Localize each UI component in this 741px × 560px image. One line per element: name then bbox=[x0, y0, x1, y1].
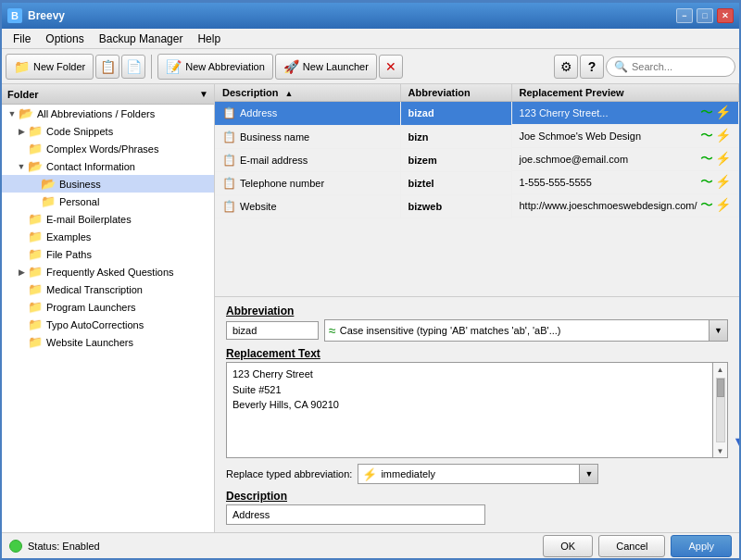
sidebar-item-program[interactable]: 📁 Program Launchers bbox=[2, 298, 214, 316]
maximize-button[interactable]: □ bbox=[697, 8, 713, 23]
cell-abbreviation: biztel bbox=[400, 171, 511, 194]
toggle-contact[interactable]: ▼ bbox=[15, 160, 28, 173]
toolbar-separator-1 bbox=[151, 55, 152, 79]
sort-arrow-description: ▲ bbox=[285, 89, 294, 98]
settings-icon: ⚙ bbox=[560, 59, 572, 74]
sidebar-label-code: Code Snippets bbox=[46, 126, 113, 137]
title-bar: B Breevy − □ ✕ bbox=[2, 3, 739, 29]
col-abbreviation[interactable]: Abbreviation bbox=[400, 84, 511, 102]
toggle-website[interactable] bbox=[15, 336, 28, 349]
col-description[interactable]: Description ▲ bbox=[215, 84, 400, 102]
sidebar-item-typo[interactable]: 📁 Typo AutoCorrections bbox=[2, 316, 214, 333]
folder-icon-business: 📂 bbox=[41, 177, 56, 191]
toggle-complex[interactable] bbox=[15, 143, 28, 156]
sidebar-item-filepaths[interactable]: 📁 File Paths bbox=[2, 245, 214, 263]
scroll-track[interactable] bbox=[716, 378, 725, 442]
col-preview[interactable]: Replacement Preview bbox=[511, 84, 739, 102]
case-select[interactable]: ≈ Case insensitive (typing 'AB' matches … bbox=[324, 319, 728, 342]
toggle-faq[interactable]: ▶ bbox=[15, 266, 28, 279]
toggle-all[interactable]: ▼ bbox=[6, 107, 19, 120]
menu-bar: File Options Backup Manager Help bbox=[2, 29, 739, 49]
sidebar-label-email: E-mail Boilerplates bbox=[46, 214, 132, 225]
abbr-value: bizad bbox=[408, 107, 434, 118]
sidebar-item-code[interactable]: ▶ 📁 Code Snippets bbox=[2, 122, 214, 140]
toggle-examples[interactable] bbox=[15, 230, 28, 243]
sidebar-item-medical[interactable]: 📁 Medical Transcription bbox=[2, 280, 214, 298]
menu-file[interactable]: File bbox=[6, 31, 38, 47]
ok-button[interactable]: OK bbox=[543, 535, 593, 557]
copy-icon: 📋 bbox=[100, 59, 116, 74]
case-dropdown-arrow[interactable]: ▼ bbox=[709, 320, 727, 341]
status-lightning-icon: ⚡ bbox=[715, 105, 731, 121]
description-input[interactable] bbox=[226, 504, 485, 525]
icon-button-2[interactable]: 📄 bbox=[121, 55, 145, 79]
menu-help[interactable]: Help bbox=[190, 31, 228, 47]
sidebar-item-personal[interactable]: 📁 Personal bbox=[2, 193, 214, 210]
sidebar-header-label: Folder bbox=[7, 89, 39, 100]
folder-icon-complex: 📁 bbox=[28, 142, 43, 156]
status-lightning-icon: ⚡ bbox=[715, 197, 731, 214]
sidebar-item-all[interactable]: ▼ 📂 All Abbreviations / Folders bbox=[2, 105, 214, 122]
settings-button[interactable]: ⚙ bbox=[554, 55, 578, 79]
apply-button[interactable]: Apply bbox=[671, 535, 732, 557]
toggle-filepaths[interactable] bbox=[15, 248, 28, 261]
new-launcher-button[interactable]: 🚀 New Launcher bbox=[275, 54, 377, 80]
cell-abbreviation: bizn bbox=[400, 125, 511, 148]
new-folder-button[interactable]: 📁 New Folder bbox=[6, 54, 94, 80]
close-button[interactable]: ✕ bbox=[717, 8, 734, 23]
sidebar-item-contact[interactable]: ▼ 📂 Contact Information bbox=[2, 157, 214, 175]
replace-dropdown-arrow[interactable]: ▼ bbox=[579, 465, 597, 483]
scroll-down[interactable]: ▼ bbox=[714, 444, 727, 457]
sidebar-item-examples[interactable]: 📁 Examples bbox=[2, 228, 214, 245]
toggle-code[interactable]: ▶ bbox=[15, 125, 28, 138]
table-row[interactable]: 📋Addressbizad123 Cherry Street... 〜 ⚡ bbox=[215, 102, 739, 126]
abbr-value: bizweb bbox=[408, 201, 443, 212]
new-abbreviation-button[interactable]: 📝 New Abbreviation bbox=[157, 54, 273, 80]
scroll-up[interactable]: ▲ bbox=[714, 363, 727, 376]
sidebar-sort-arrow[interactable]: ▼ bbox=[199, 89, 208, 99]
menu-options[interactable]: Options bbox=[38, 31, 91, 47]
minimize-button[interactable]: − bbox=[676, 8, 693, 23]
folder-icon-typo: 📁 bbox=[28, 317, 43, 331]
abbreviation-input[interactable] bbox=[226, 321, 319, 340]
expand-icon[interactable]: ▼ bbox=[732, 433, 739, 453]
search-input[interactable] bbox=[632, 61, 727, 72]
toggle-email[interactable] bbox=[15, 213, 28, 226]
table-row[interactable]: 📋Websitebizwebhttp://www.joeschmoeswebde… bbox=[215, 194, 739, 218]
abbr-value: bizn bbox=[408, 131, 429, 143]
cancel-button[interactable]: Cancel bbox=[598, 535, 665, 557]
icon-button-1[interactable]: 📋 bbox=[95, 55, 119, 79]
sidebar-item-website[interactable]: 📁 Website Launchers bbox=[2, 333, 214, 351]
scroll-thumb[interactable] bbox=[717, 379, 724, 397]
table-row[interactable]: 📋Telephone numberbiztel1-555-555-5555 〜 … bbox=[215, 171, 739, 194]
toggle-typo[interactable] bbox=[15, 318, 28, 331]
paste-icon: 📄 bbox=[126, 59, 142, 74]
delete-button[interactable]: ✕ bbox=[379, 55, 403, 79]
search-box[interactable]: 🔍 bbox=[606, 56, 735, 77]
description-section-title: Description bbox=[226, 490, 728, 503]
app-icon: B bbox=[7, 8, 22, 23]
toggle-program[interactable] bbox=[15, 301, 28, 314]
table-row[interactable]: 📋Business namebiznJoe Schmoe's Web Desig… bbox=[215, 125, 739, 148]
row-status-icons: 〜 ⚡ bbox=[700, 197, 731, 214]
cell-description: 📋Address bbox=[215, 102, 400, 126]
status-lightning-icon: ⚡ bbox=[715, 151, 731, 168]
table-row[interactable]: 📋E-mail addressbizemjoe.schmoe@email.com… bbox=[215, 148, 739, 171]
sidebar-item-faq[interactable]: ▶ 📁 Frequently Asked Questions bbox=[2, 263, 214, 280]
sidebar-item-email[interactable]: 📁 E-mail Boilerplates bbox=[2, 210, 214, 228]
help-button[interactable]: ? bbox=[580, 55, 604, 79]
sidebar-item-business[interactable]: 📂 Business bbox=[2, 175, 214, 193]
new-launcher-label: New Launcher bbox=[303, 61, 369, 72]
sidebar-item-complex[interactable]: 📁 Complex Words/Phrases bbox=[2, 140, 214, 157]
menu-backup-manager[interactable]: Backup Manager bbox=[92, 31, 191, 47]
cell-abbreviation: bizweb bbox=[400, 194, 511, 218]
launcher-icon: 🚀 bbox=[283, 59, 299, 74]
replacement-textarea[interactable]: 123 Cherry Street Suite #521 Beverly Hil… bbox=[226, 362, 713, 458]
sidebar-label-complex: Complex Words/Phrases bbox=[46, 143, 158, 155]
toggle-business[interactable] bbox=[28, 178, 41, 191]
toggle-medical[interactable] bbox=[15, 283, 28, 296]
replace-select[interactable]: ⚡ immediately ▼ bbox=[358, 464, 598, 484]
toggle-personal[interactable] bbox=[28, 195, 41, 208]
main-window: B Breevy − □ ✕ File Options Backup Manag… bbox=[0, 0, 741, 560]
sidebar-label-filepaths: File Paths bbox=[46, 249, 92, 260]
